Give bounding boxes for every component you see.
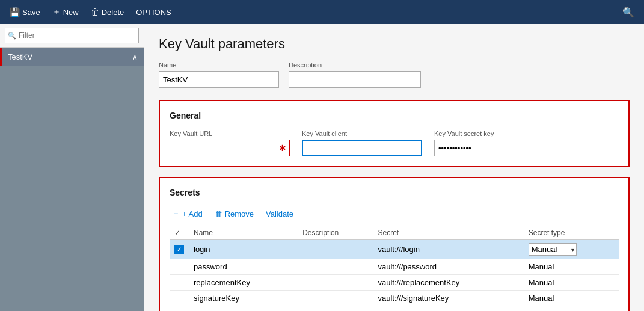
row-type-cell[interactable]: Manual xyxy=(524,259,619,275)
row-type-cell[interactable]: Manual xyxy=(524,240,619,259)
row-secret-cell: vault:///password xyxy=(373,259,524,275)
sidebar-item-testkv[interactable]: TestKV ∧ xyxy=(0,48,144,66)
secret-key-input[interactable] xyxy=(434,140,554,156)
required-star-icon: ✱ xyxy=(279,143,286,153)
remove-icon: 🗑 xyxy=(215,209,222,218)
row-check-cell[interactable] xyxy=(170,259,189,275)
name-field-group: Name xyxy=(159,61,279,88)
delete-label: Delete xyxy=(102,8,124,17)
filter-search-icon: 🔍 xyxy=(8,32,16,40)
search-icon: 🔍 xyxy=(622,7,634,17)
row-desc-cell xyxy=(298,275,373,291)
add-button[interactable]: ＋ + Add xyxy=(170,207,205,220)
name-desc-row: Name Description xyxy=(159,61,630,88)
row-secret-cell: vault:///login xyxy=(373,240,524,259)
remove-label: Remove xyxy=(225,209,254,218)
new-button[interactable]: ＋ New xyxy=(48,2,84,22)
client-label: Key Vault client xyxy=(302,130,422,137)
row-name-cell: signatureKey xyxy=(189,291,298,306)
table-header-row: ✓ Name Description Secret Secret type xyxy=(170,226,619,240)
save-icon: 💾 xyxy=(10,7,20,17)
row-name-cell: password xyxy=(189,259,298,275)
filter-input[interactable] xyxy=(5,28,139,43)
row-desc-cell xyxy=(298,259,373,275)
chevron-up-icon: ∧ xyxy=(132,53,138,61)
description-field-group: Description xyxy=(289,61,421,88)
options-button[interactable]: OPTIONS xyxy=(131,2,176,22)
save-label: Save xyxy=(22,8,40,17)
layout: 🔍 TestKV ∧ Key Vault parameters Name Des… xyxy=(0,24,644,311)
general-section: General Key Vault URL ✱ Key Vault client… xyxy=(159,100,630,167)
options-label: OPTIONS xyxy=(136,8,171,17)
remove-button[interactable]: 🗑 Remove xyxy=(212,208,256,220)
secrets-title: Secrets xyxy=(170,188,619,197)
row-desc-cell xyxy=(298,291,373,306)
table-row[interactable]: signatureKeyvault:///signatureKeyManual xyxy=(170,291,619,306)
table-row[interactable]: passwordvault:///passwordManual xyxy=(170,259,619,275)
save-button[interactable]: 💾 Save xyxy=(5,2,45,22)
filter-box: 🔍 xyxy=(0,24,144,48)
page-title: Key Vault parameters xyxy=(159,36,630,52)
col-secret: Secret xyxy=(373,226,524,240)
url-label: Key Vault URL xyxy=(170,130,290,137)
delete-button[interactable]: 🗑 Delete xyxy=(86,2,129,22)
checked-icon: ✓ xyxy=(174,245,184,254)
row-secret-cell: vault:///replacementKey xyxy=(373,275,524,291)
secrets-section: Secrets ＋ + Add 🗑 Remove Validate xyxy=(159,177,630,311)
row-secret-cell: vault:///signatureKey xyxy=(373,291,524,306)
content-area: Key Vault parameters Name Description Ge… xyxy=(144,24,644,311)
secret-key-field-group: Key Vault secret key xyxy=(434,130,554,156)
sidebar-gray-area xyxy=(0,66,144,311)
name-label: Name xyxy=(159,61,279,69)
secret-type-select[interactable]: Manual xyxy=(529,243,577,256)
table-row[interactable]: replacementKeyvault:///replacementKeyMan… xyxy=(170,275,619,291)
col-check: ✓ xyxy=(170,226,189,240)
name-input[interactable] xyxy=(159,71,279,88)
row-name-cell: replacementKey xyxy=(189,275,298,291)
new-label: New xyxy=(63,8,79,17)
secrets-toolbar: ＋ + Add 🗑 Remove Validate xyxy=(170,207,619,220)
row-type-cell[interactable]: Manual xyxy=(524,275,619,291)
add-icon: ＋ xyxy=(172,208,180,219)
add-label: + Add xyxy=(182,209,203,218)
row-name-cell: login xyxy=(189,240,298,259)
delete-icon: 🗑 xyxy=(91,7,99,17)
row-desc-cell xyxy=(298,240,373,259)
new-icon: ＋ xyxy=(52,7,61,17)
secret-key-label: Key Vault secret key xyxy=(434,130,554,137)
url-field-group: Key Vault URL ✱ xyxy=(170,130,290,156)
row-check-cell[interactable] xyxy=(170,275,189,291)
general-title: General xyxy=(170,111,619,120)
validate-label: Validate xyxy=(266,209,293,218)
description-input[interactable] xyxy=(289,71,421,88)
row-check-cell[interactable] xyxy=(170,291,189,306)
general-fields-row: Key Vault URL ✱ Key Vault client Key Vau… xyxy=(170,130,619,156)
row-type-cell[interactable]: Manual xyxy=(524,291,619,306)
col-description: Description xyxy=(298,226,373,240)
sidebar-item-label: TestKV xyxy=(8,52,32,61)
description-label: Description xyxy=(289,61,421,69)
client-field-group: Key Vault client xyxy=(302,130,422,156)
validate-button[interactable]: Validate xyxy=(263,208,296,220)
toolbar: 💾 Save ＋ New 🗑 Delete OPTIONS 🔍 xyxy=(0,0,644,24)
col-secret-type: Secret type xyxy=(524,226,619,240)
search-button[interactable]: 🔍 xyxy=(618,4,639,20)
sidebar: 🔍 TestKV ∧ xyxy=(0,24,144,311)
url-input[interactable] xyxy=(170,140,290,156)
client-input[interactable] xyxy=(302,140,422,156)
row-check-cell[interactable]: ✓ xyxy=(170,240,189,259)
table-row[interactable]: ✓loginvault:///loginManual xyxy=(170,240,619,259)
col-name: Name xyxy=(189,226,298,240)
secrets-table: ✓ Name Description Secret Secret type ✓l… xyxy=(170,226,619,306)
